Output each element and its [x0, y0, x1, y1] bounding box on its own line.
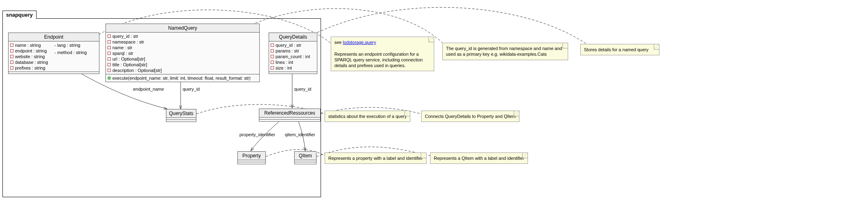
note-property: Represents a property with a label and i… — [325, 152, 426, 164]
edge-label-qitem-identifier: qitem_identifier — [285, 132, 315, 137]
note-text: Connects QueryDetails to Property and QI… — [425, 114, 516, 119]
class-endpoint: Endpoint name : string endpoint : string… — [8, 33, 99, 74]
note-qitem: Represents a QItem with a label and iden… — [430, 152, 528, 164]
edge-label-query-id-2: query_id — [294, 87, 311, 91]
attr: endpoint : string — [15, 48, 47, 53]
attr: prefixes : string — [15, 65, 45, 70]
class-title: NamedQuery — [106, 24, 259, 33]
note-text: Represents a QItem with a label and iden… — [434, 156, 524, 161]
attr: namespace : str — [112, 39, 144, 44]
attr: title : Optional[str] — [112, 62, 147, 67]
class-title: ReferencedRessources — [259, 109, 320, 118]
edge-label-property-identifier: property_identifier — [239, 132, 275, 137]
class-namedquery: NamedQuery query_id : str namespace : st… — [106, 24, 260, 82]
note-text: Represents a property with a label and i… — [328, 156, 423, 161]
class-querydetails: QueryDetails query_id : str params : str… — [269, 33, 317, 74]
edge-label-endpoint-name: endpoint_name — [133, 87, 164, 91]
class-referencedressources: ReferencedRessources — [259, 109, 321, 122]
class-title: QueryStats — [166, 109, 196, 118]
class-querystats: QueryStats — [166, 109, 196, 122]
attr: name : string — [15, 43, 41, 48]
edge-label-query-id-1: query_id — [183, 87, 200, 91]
method: execute(endpoint_name: str, limit: int, … — [112, 76, 251, 81]
note-text: see — [334, 40, 343, 45]
class-qitem: QItem — [294, 151, 317, 164]
class-property: Property — [237, 151, 266, 164]
class-title: Property — [238, 152, 265, 160]
attr: website : string — [15, 54, 45, 59]
note-text: Represents an endpoint configuration for… — [334, 52, 423, 68]
attr: param_count : int — [276, 54, 310, 59]
class-title: QueryDetails — [269, 33, 317, 41]
note-refres: Connects QueryDetails to Property and QI… — [421, 111, 519, 122]
attr: - method : string — [54, 50, 86, 55]
note-querystats: statistics about the execution of a quer… — [325, 111, 410, 122]
attr: params : str — [276, 48, 299, 53]
note-querydetails: Stores details for a named query — [580, 44, 659, 55]
attr: description : Optional[str] — [112, 68, 162, 73]
attr: query_id : str — [276, 43, 302, 48]
note-link[interactable]: lodstorage.query — [343, 40, 376, 45]
attr: size : int — [276, 65, 292, 70]
class-title: QItem — [295, 152, 316, 160]
note-text: The query_id is generated from namespace… — [446, 46, 562, 57]
note-endpoint: see lodstorage.query Represents an endpo… — [331, 37, 434, 71]
package-name: snapquery — [6, 12, 33, 18]
attr: name : str — [112, 45, 132, 50]
attr: lines : int — [276, 60, 293, 65]
attr: - lang : string — [54, 43, 80, 48]
class-title: Endpoint — [9, 33, 99, 41]
note-text: Stores details for a named query — [584, 47, 648, 52]
package-tab: snapquery — [2, 11, 37, 19]
attr: database : string — [15, 60, 48, 65]
attr: sparql : str — [112, 51, 133, 56]
note-namedquery: The query_id is generated from namespace… — [442, 43, 568, 60]
attr: query_id : str — [112, 34, 138, 39]
note-text: statistics about the execution of a quer… — [328, 114, 407, 119]
attr: url : Optional[str] — [112, 57, 145, 61]
